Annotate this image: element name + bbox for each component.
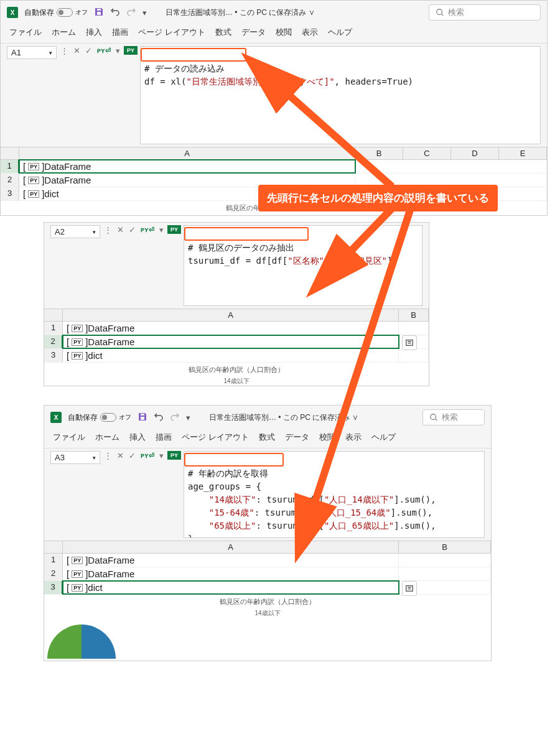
document-title[interactable]: 日常生活圏域等別… • この PC に保存済み ∨ bbox=[209, 412, 358, 423]
redo-icon[interactable] bbox=[126, 7, 136, 19]
undo-icon[interactable] bbox=[110, 7, 120, 19]
ribbon-tab[interactable]: 挿入 bbox=[129, 432, 146, 443]
column-header[interactable]: D bbox=[451, 147, 499, 159]
ribbon-tab[interactable]: 描画 bbox=[112, 27, 128, 38]
python-gutter: PY bbox=[167, 225, 181, 234]
qat-overflow-icon[interactable]: ▾ bbox=[142, 8, 147, 17]
search-icon bbox=[436, 8, 444, 17]
python-code-editor[interactable]: # データの読み込み df = xl("日常生活圏域等別データ[#すべて]", … bbox=[140, 46, 541, 144]
ribbon-tab[interactable]: ページ レイアウト bbox=[182, 432, 249, 443]
fx-enter-icon[interactable]: ✓ bbox=[84, 46, 93, 55]
undo-icon[interactable] bbox=[154, 412, 164, 424]
ribbon-tabs: ファイルホーム挿入描画ページ レイアウト数式データ校閲表示ヘルプ bbox=[44, 429, 491, 448]
spreadsheet-grid[interactable]: AB 1[PY]DataFrame2[PY]DataFrame3[PY]dict… bbox=[44, 541, 491, 661]
redo-icon[interactable] bbox=[170, 412, 180, 424]
fx-enter-icon[interactable]: ✓ bbox=[128, 451, 137, 460]
name-box[interactable]: A3▾ bbox=[50, 451, 100, 464]
chart-title: 鶴見区の年齢内訳（人口割合） bbox=[44, 595, 491, 609]
fx-py-icon[interactable]: ᴘʏ⏎ bbox=[96, 47, 112, 55]
search-input[interactable]: 検索 bbox=[422, 409, 485, 425]
python-badge-icon: PY bbox=[72, 338, 83, 346]
ribbon-tab[interactable]: データ bbox=[285, 432, 309, 443]
search-icon bbox=[429, 413, 438, 422]
cell[interactable]: [PY]DataFrame bbox=[63, 322, 399, 335]
row-header[interactable]: 1 bbox=[1, 160, 19, 173]
row-header[interactable]: 3 bbox=[44, 581, 63, 594]
cell[interactable] bbox=[399, 554, 491, 567]
fx-enter-icon[interactable]: ✓ bbox=[128, 225, 137, 234]
save-icon[interactable] bbox=[94, 7, 104, 19]
fx-cancel-icon[interactable]: ✕ bbox=[116, 225, 125, 234]
cell[interactable]: [PY]DataFrame bbox=[63, 554, 399, 567]
ribbon-tabs: ファイルホーム挿入描画ページ レイアウト数式データ校閲表示ヘルプ bbox=[1, 24, 547, 43]
name-box[interactable]: A2▾ bbox=[50, 225, 100, 238]
cell[interactable]: [PY]DataFrame bbox=[63, 335, 399, 348]
python-badge-icon: PY bbox=[72, 325, 83, 332]
fx-py-icon[interactable]: ᴘʏ⏎ bbox=[139, 226, 156, 234]
column-header[interactable]: B bbox=[355, 147, 403, 159]
cell[interactable]: [PY]DataFrame bbox=[63, 567, 399, 580]
fx-sep-icon: ⋮ bbox=[103, 225, 113, 234]
column-header[interactable]: A bbox=[63, 309, 399, 321]
excel-window-3: X 自動保存 オフ ▾ 日常生活圏域等別… • この PC に保存済み ∨ 検索 bbox=[44, 405, 492, 661]
cell[interactable] bbox=[399, 567, 491, 580]
fx-cancel-icon[interactable]: ✕ bbox=[116, 451, 125, 460]
spreadsheet-grid[interactable]: AB 1[PY]DataFrame2[PY]DataFrame3[PY]dict… bbox=[44, 309, 429, 386]
row-header[interactable]: 1 bbox=[44, 322, 63, 335]
column-header[interactable]: C bbox=[403, 147, 451, 159]
cell[interactable]: [PY]DataFrame bbox=[19, 160, 355, 173]
save-icon[interactable] bbox=[138, 412, 147, 424]
formula-bar: A3▾ ⋮ ✕ ✓ ᴘʏ⏎ ▾ PY # 年齢の内訳を取得 age_groups… bbox=[44, 448, 491, 541]
column-header[interactable]: B bbox=[399, 309, 429, 321]
ribbon-tab[interactable]: 描画 bbox=[156, 432, 172, 443]
fx-dropdown-icon[interactable]: ▾ bbox=[158, 225, 165, 234]
ribbon-tab[interactable]: 表示 bbox=[302, 27, 318, 38]
ribbon-tab[interactable]: ファイル bbox=[53, 432, 85, 443]
cell[interactable]: [PY]dict bbox=[63, 581, 399, 594]
name-box[interactable]: A1▾ bbox=[7, 46, 57, 59]
ribbon-tab[interactable]: ファイル bbox=[9, 27, 42, 38]
cell[interactable] bbox=[399, 349, 429, 362]
excel-icon: X bbox=[50, 412, 62, 423]
ribbon-tab[interactable]: 数式 bbox=[259, 432, 275, 443]
column-header[interactable]: E bbox=[499, 147, 547, 159]
python-code-editor[interactable]: # 年齢の内訳を取得 age_groups = { "14歳以下": tsuru… bbox=[184, 451, 485, 538]
ribbon-tab[interactable]: 数式 bbox=[215, 27, 231, 38]
fx-py-icon[interactable]: ᴘʏ⏎ bbox=[139, 452, 156, 460]
card-expand-icon[interactable] bbox=[402, 581, 417, 596]
fx-dropdown-icon[interactable]: ▾ bbox=[114, 46, 121, 55]
card-expand-icon[interactable] bbox=[402, 335, 417, 350]
autosave-toggle[interactable]: 自動保存 オフ bbox=[24, 7, 88, 18]
row-header[interactable]: 3 bbox=[44, 349, 63, 362]
cell[interactable] bbox=[355, 160, 547, 173]
ribbon-tab[interactable]: ページ レイアウト bbox=[138, 27, 205, 38]
cell[interactable]: [PY]dict bbox=[63, 349, 399, 362]
row-header[interactable]: 2 bbox=[1, 174, 19, 187]
ribbon-tab[interactable]: 表示 bbox=[345, 432, 362, 443]
row-header[interactable]: 3 bbox=[1, 187, 19, 200]
svg-rect-4 bbox=[406, 340, 413, 346]
qat-overflow-icon[interactable]: ▾ bbox=[186, 413, 190, 422]
ribbon-tab[interactable]: ヘルプ bbox=[371, 432, 396, 443]
ribbon-tab[interactable]: 挿入 bbox=[86, 27, 102, 38]
search-input[interactable]: 検索 bbox=[429, 4, 541, 21]
row-header[interactable]: 2 bbox=[44, 335, 63, 348]
ribbon-tab[interactable]: ホーム bbox=[95, 432, 119, 443]
column-header[interactable]: A bbox=[63, 541, 399, 553]
row-header[interactable]: 2 bbox=[44, 567, 63, 580]
svg-point-3 bbox=[437, 9, 442, 15]
ribbon-tab[interactable]: 校閲 bbox=[276, 27, 292, 38]
ribbon-tab[interactable]: データ bbox=[241, 27, 266, 38]
column-header[interactable]: A bbox=[19, 147, 355, 159]
python-code-editor[interactable]: # 鶴見区のデータのみ抽出 tsurumi_df = df[df["区名称"] … bbox=[184, 225, 422, 306]
ribbon-tab[interactable]: ホーム bbox=[52, 27, 76, 38]
fx-cancel-icon[interactable]: ✕ bbox=[72, 46, 82, 55]
fx-dropdown-icon[interactable]: ▾ bbox=[158, 451, 165, 460]
column-header[interactable]: B bbox=[399, 541, 491, 553]
autosave-toggle[interactable]: 自動保存 オフ bbox=[68, 412, 131, 423]
cell[interactable] bbox=[399, 322, 429, 335]
row-header[interactable]: 1 bbox=[44, 554, 63, 567]
ribbon-tab[interactable]: ヘルプ bbox=[328, 27, 352, 38]
document-title[interactable]: 日常生活圏域等別… • この PC に保存済み ∨ bbox=[166, 7, 315, 18]
ribbon-tab[interactable]: 校閲 bbox=[319, 432, 335, 443]
